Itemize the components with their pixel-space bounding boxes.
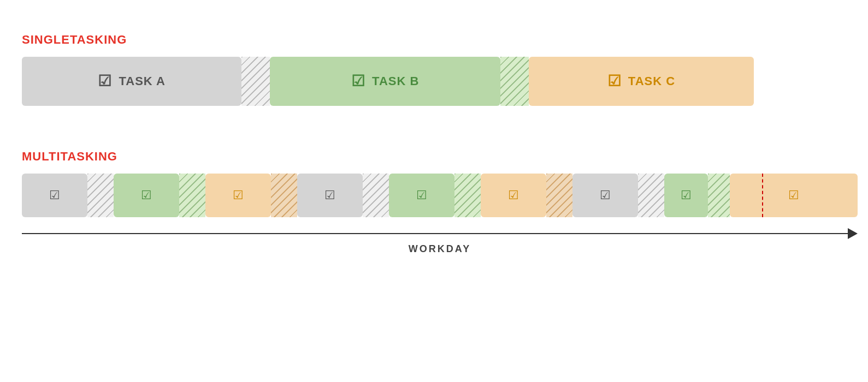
task-c-label: TASK C xyxy=(628,74,675,88)
multitasking-label: MULTITASKING xyxy=(22,150,846,164)
mt-checkbox-b3: ☑ xyxy=(681,189,692,201)
mt-hatch-3 xyxy=(271,174,297,217)
mt-block-a-2: ☑ xyxy=(297,174,363,217)
mt-block-b-2: ☑ xyxy=(389,174,454,217)
hatch-divider-bc xyxy=(500,57,529,106)
workday-container: WORKDAY xyxy=(22,228,858,255)
task-a-checkbox-icon: ☑ xyxy=(98,74,112,89)
workday-label: WORKDAY xyxy=(409,243,471,255)
mt-block-a-3: ☑ xyxy=(572,174,638,217)
mt-hatch-5 xyxy=(454,174,481,217)
task-b-checkbox-icon: ☑ xyxy=(351,74,365,89)
multitasking-row: ☑ ☑ ☑ ☑ ☑ xyxy=(22,174,858,217)
mt-checkbox-c3: ☑ xyxy=(788,189,799,201)
mt-checkbox-a3: ☑ xyxy=(600,189,611,201)
mt-checkbox-c1: ☑ xyxy=(233,189,244,201)
mt-checkbox-b1: ☑ xyxy=(141,189,152,201)
multitasking-row-wrapper: ☑ ☑ ☑ ☑ ☑ xyxy=(22,174,846,217)
mt-hatch-6 xyxy=(546,174,572,217)
mt-checkbox-a1: ☑ xyxy=(49,189,60,201)
mt-block-b-3: ☑ xyxy=(664,174,708,217)
mt-hatch-4 xyxy=(363,174,389,217)
arrow-head xyxy=(848,228,858,239)
task-c-checkbox-icon: ☑ xyxy=(607,74,622,89)
task-a-block: ☑ TASK A xyxy=(22,57,241,106)
mt-checkbox-b2: ☑ xyxy=(416,189,427,201)
task-b-label: TASK B xyxy=(372,74,419,88)
red-dashed-line xyxy=(762,174,763,217)
mt-block-a-1: ☑ xyxy=(22,174,87,217)
mt-checkbox-c2: ☑ xyxy=(508,189,519,201)
mt-block-c-3: ☑ xyxy=(730,174,858,217)
singletasking-row: ☑ TASK A ☑ TASK B ☑ TASK C xyxy=(22,57,754,106)
mt-block-c-1: ☑ xyxy=(205,174,271,217)
singletasking-label: SINGLETASKING xyxy=(22,33,846,47)
workday-arrow xyxy=(22,228,858,239)
task-b-block: ☑ TASK B xyxy=(270,57,500,106)
page-container: SINGLETASKING ☑ TASK A ☑ TASK B ☑ TASK C… xyxy=(0,0,868,382)
multitasking-section: MULTITASKING ☑ ☑ ☑ xyxy=(22,150,846,255)
mt-block-b-1: ☑ xyxy=(114,174,179,217)
mt-hatch-1 xyxy=(87,174,114,217)
arrow-line xyxy=(22,233,848,234)
mt-hatch-7 xyxy=(638,174,664,217)
mt-hatch-8 xyxy=(708,174,730,217)
mt-hatch-2 xyxy=(179,174,205,217)
task-c-block: ☑ TASK C xyxy=(529,57,754,106)
mt-block-c-2: ☑ xyxy=(481,174,546,217)
mt-checkbox-a2: ☑ xyxy=(324,189,335,201)
hatch-divider-ab xyxy=(241,57,270,106)
task-a-label: TASK A xyxy=(119,74,165,88)
